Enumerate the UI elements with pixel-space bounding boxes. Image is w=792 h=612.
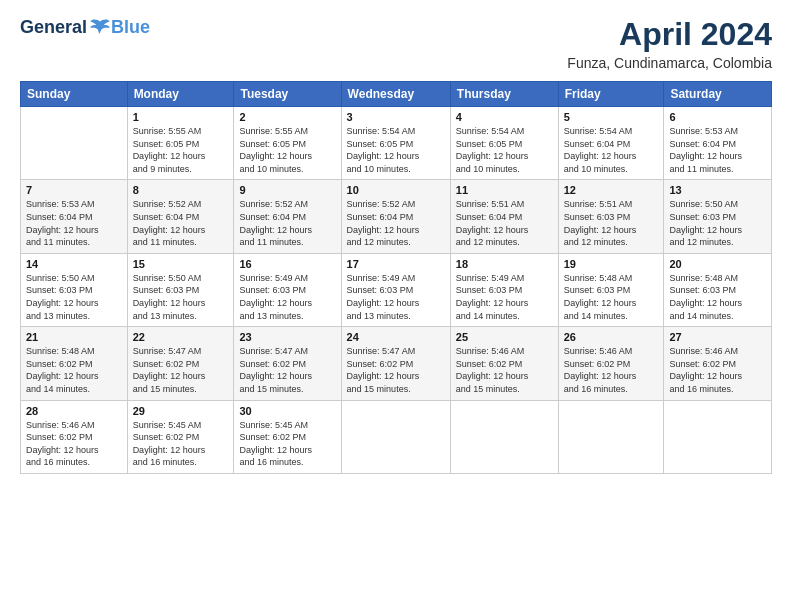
day-number: 16 [239, 258, 335, 270]
day-info: Sunrise: 5:47 AMSunset: 6:02 PMDaylight:… [239, 345, 335, 395]
calendar-week-row: 14Sunrise: 5:50 AMSunset: 6:03 PMDayligh… [21, 253, 772, 326]
day-number: 17 [347, 258, 445, 270]
day-info: Sunrise: 5:50 AMSunset: 6:03 PMDaylight:… [26, 272, 122, 322]
month-title: April 2024 [567, 16, 772, 53]
day-number: 18 [456, 258, 553, 270]
day-info: Sunrise: 5:54 AMSunset: 6:05 PMDaylight:… [456, 125, 553, 175]
col-sunday: Sunday [21, 82, 128, 107]
day-info: Sunrise: 5:54 AMSunset: 6:05 PMDaylight:… [347, 125, 445, 175]
day-number: 12 [564, 184, 659, 196]
table-row: 23Sunrise: 5:47 AMSunset: 6:02 PMDayligh… [234, 327, 341, 400]
calendar-week-row: 28Sunrise: 5:46 AMSunset: 6:02 PMDayligh… [21, 400, 772, 473]
table-row: 28Sunrise: 5:46 AMSunset: 6:02 PMDayligh… [21, 400, 128, 473]
day-number: 6 [669, 111, 766, 123]
day-number: 28 [26, 405, 122, 417]
day-number: 19 [564, 258, 659, 270]
table-row: 18Sunrise: 5:49 AMSunset: 6:03 PMDayligh… [450, 253, 558, 326]
table-row: 11Sunrise: 5:51 AMSunset: 6:04 PMDayligh… [450, 180, 558, 253]
day-info: Sunrise: 5:46 AMSunset: 6:02 PMDaylight:… [26, 419, 122, 469]
table-row: 7Sunrise: 5:53 AMSunset: 6:04 PMDaylight… [21, 180, 128, 253]
day-info: Sunrise: 5:52 AMSunset: 6:04 PMDaylight:… [133, 198, 229, 248]
logo-bird-icon [89, 16, 111, 38]
day-info: Sunrise: 5:50 AMSunset: 6:03 PMDaylight:… [669, 198, 766, 248]
day-number: 11 [456, 184, 553, 196]
day-info: Sunrise: 5:46 AMSunset: 6:02 PMDaylight:… [669, 345, 766, 395]
day-number: 10 [347, 184, 445, 196]
table-row [664, 400, 772, 473]
table-row: 9Sunrise: 5:52 AMSunset: 6:04 PMDaylight… [234, 180, 341, 253]
day-info: Sunrise: 5:55 AMSunset: 6:05 PMDaylight:… [239, 125, 335, 175]
day-number: 23 [239, 331, 335, 343]
table-row: 5Sunrise: 5:54 AMSunset: 6:04 PMDaylight… [558, 107, 664, 180]
day-info: Sunrise: 5:48 AMSunset: 6:02 PMDaylight:… [26, 345, 122, 395]
table-row: 17Sunrise: 5:49 AMSunset: 6:03 PMDayligh… [341, 253, 450, 326]
day-number: 5 [564, 111, 659, 123]
table-row [558, 400, 664, 473]
day-info: Sunrise: 5:55 AMSunset: 6:05 PMDaylight:… [133, 125, 229, 175]
day-number: 27 [669, 331, 766, 343]
title-block: April 2024 Funza, Cundinamarca, Colombia [567, 16, 772, 71]
table-row: 2Sunrise: 5:55 AMSunset: 6:05 PMDaylight… [234, 107, 341, 180]
day-info: Sunrise: 5:52 AMSunset: 6:04 PMDaylight:… [239, 198, 335, 248]
location: Funza, Cundinamarca, Colombia [567, 55, 772, 71]
table-row: 19Sunrise: 5:48 AMSunset: 6:03 PMDayligh… [558, 253, 664, 326]
day-info: Sunrise: 5:54 AMSunset: 6:04 PMDaylight:… [564, 125, 659, 175]
logo-general-text: General [20, 17, 87, 38]
logo-blue-text: Blue [111, 17, 150, 38]
table-row [21, 107, 128, 180]
table-row [341, 400, 450, 473]
day-number: 7 [26, 184, 122, 196]
day-number: 3 [347, 111, 445, 123]
table-row: 3Sunrise: 5:54 AMSunset: 6:05 PMDaylight… [341, 107, 450, 180]
calendar-week-row: 7Sunrise: 5:53 AMSunset: 6:04 PMDaylight… [21, 180, 772, 253]
day-info: Sunrise: 5:48 AMSunset: 6:03 PMDaylight:… [669, 272, 766, 322]
day-number: 8 [133, 184, 229, 196]
table-row: 22Sunrise: 5:47 AMSunset: 6:02 PMDayligh… [127, 327, 234, 400]
day-number: 2 [239, 111, 335, 123]
day-number: 30 [239, 405, 335, 417]
day-info: Sunrise: 5:53 AMSunset: 6:04 PMDaylight:… [26, 198, 122, 248]
col-monday: Monday [127, 82, 234, 107]
calendar-header-row: Sunday Monday Tuesday Wednesday Thursday… [21, 82, 772, 107]
day-number: 21 [26, 331, 122, 343]
table-row: 10Sunrise: 5:52 AMSunset: 6:04 PMDayligh… [341, 180, 450, 253]
day-number: 29 [133, 405, 229, 417]
col-saturday: Saturday [664, 82, 772, 107]
col-thursday: Thursday [450, 82, 558, 107]
col-wednesday: Wednesday [341, 82, 450, 107]
day-info: Sunrise: 5:46 AMSunset: 6:02 PMDaylight:… [564, 345, 659, 395]
day-info: Sunrise: 5:51 AMSunset: 6:03 PMDaylight:… [564, 198, 659, 248]
table-row: 26Sunrise: 5:46 AMSunset: 6:02 PMDayligh… [558, 327, 664, 400]
day-info: Sunrise: 5:47 AMSunset: 6:02 PMDaylight:… [347, 345, 445, 395]
col-tuesday: Tuesday [234, 82, 341, 107]
day-number: 20 [669, 258, 766, 270]
day-info: Sunrise: 5:53 AMSunset: 6:04 PMDaylight:… [669, 125, 766, 175]
day-info: Sunrise: 5:45 AMSunset: 6:02 PMDaylight:… [133, 419, 229, 469]
col-friday: Friday [558, 82, 664, 107]
calendar-week-row: 21Sunrise: 5:48 AMSunset: 6:02 PMDayligh… [21, 327, 772, 400]
day-number: 25 [456, 331, 553, 343]
day-info: Sunrise: 5:49 AMSunset: 6:03 PMDaylight:… [239, 272, 335, 322]
table-row: 24Sunrise: 5:47 AMSunset: 6:02 PMDayligh… [341, 327, 450, 400]
day-number: 4 [456, 111, 553, 123]
table-row: 29Sunrise: 5:45 AMSunset: 6:02 PMDayligh… [127, 400, 234, 473]
table-row: 25Sunrise: 5:46 AMSunset: 6:02 PMDayligh… [450, 327, 558, 400]
day-info: Sunrise: 5:51 AMSunset: 6:04 PMDaylight:… [456, 198, 553, 248]
table-row: 21Sunrise: 5:48 AMSunset: 6:02 PMDayligh… [21, 327, 128, 400]
calendar-week-row: 1Sunrise: 5:55 AMSunset: 6:05 PMDaylight… [21, 107, 772, 180]
day-info: Sunrise: 5:46 AMSunset: 6:02 PMDaylight:… [456, 345, 553, 395]
table-row: 14Sunrise: 5:50 AMSunset: 6:03 PMDayligh… [21, 253, 128, 326]
table-row: 15Sunrise: 5:50 AMSunset: 6:03 PMDayligh… [127, 253, 234, 326]
table-row: 30Sunrise: 5:45 AMSunset: 6:02 PMDayligh… [234, 400, 341, 473]
day-info: Sunrise: 5:47 AMSunset: 6:02 PMDaylight:… [133, 345, 229, 395]
day-number: 15 [133, 258, 229, 270]
day-number: 1 [133, 111, 229, 123]
day-info: Sunrise: 5:50 AMSunset: 6:03 PMDaylight:… [133, 272, 229, 322]
table-row: 12Sunrise: 5:51 AMSunset: 6:03 PMDayligh… [558, 180, 664, 253]
page: General Blue April 2024 Funza, Cundinama… [0, 0, 792, 612]
day-info: Sunrise: 5:48 AMSunset: 6:03 PMDaylight:… [564, 272, 659, 322]
logo: General Blue [20, 16, 150, 38]
table-row: 8Sunrise: 5:52 AMSunset: 6:04 PMDaylight… [127, 180, 234, 253]
table-row: 1Sunrise: 5:55 AMSunset: 6:05 PMDaylight… [127, 107, 234, 180]
table-row: 13Sunrise: 5:50 AMSunset: 6:03 PMDayligh… [664, 180, 772, 253]
